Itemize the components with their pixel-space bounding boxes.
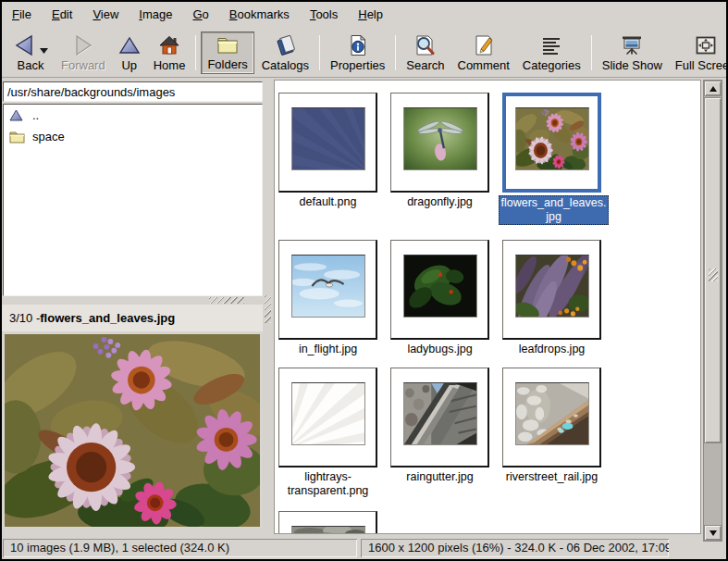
menu-item-tools[interactable]: Tools	[300, 2, 348, 28]
slideshow-icon	[620, 33, 644, 58]
toolbar-button-label: Categories	[523, 58, 581, 72]
catalogs-icon	[273, 33, 297, 58]
toolbar-button-up[interactable]: Up	[113, 31, 146, 74]
comment-icon	[473, 33, 495, 58]
toolbar-button-properties[interactable]: Properties	[325, 31, 390, 74]
back-icon	[13, 33, 48, 58]
thumbnail-label[interactable]: flowers_and_leaves.jpg	[499, 195, 609, 225]
toolbar-button-label: Up	[121, 58, 137, 72]
up-icon	[118, 33, 141, 58]
thumbnail-label[interactable]: raingutter.jpg	[387, 470, 493, 484]
thumbnail-label[interactable]: in_flight.jpg	[275, 343, 381, 356]
toolbar-button-comment[interactable]: Comment	[452, 31, 515, 74]
menu-item-bookmarks[interactable]: Bookmarks	[219, 2, 300, 28]
thumbnail-image[interactable]	[403, 255, 477, 318]
selected-filename: flowers_and_leaves.jpg	[40, 311, 175, 325]
thumbnail-label[interactable]: default.png	[275, 195, 381, 209]
path-input[interactable]	[3, 81, 263, 102]
thumbnail-image[interactable]	[291, 526, 365, 534]
thumbnail-image[interactable]	[403, 382, 477, 445]
scrollbar-thumb[interactable]	[704, 97, 722, 443]
toolbar-button-back[interactable]: Back	[7, 31, 54, 74]
categories-icon	[539, 33, 563, 58]
up-dir-icon	[9, 108, 26, 122]
thumbnail-label[interactable]: ladybugs.jpg	[387, 343, 493, 356]
toolbar-button-folders[interactable]: Folders	[201, 31, 253, 74]
search-icon	[413, 33, 438, 58]
thumbnail-image[interactable]	[403, 107, 477, 170]
menu-item-edit[interactable]: Edit	[42, 2, 82, 28]
toolbar-button-label: Properties	[330, 58, 385, 72]
toolbar-button-forward[interactable]: Forward	[56, 31, 111, 74]
folder-list: ..space	[3, 104, 263, 296]
thumbnail-card-partial[interactable]	[278, 511, 377, 534]
folder-item-parent[interactable]: ..	[4, 105, 262, 126]
forward-icon	[71, 33, 95, 58]
pane-splitter-horizontal[interactable]	[209, 297, 244, 304]
thumbnail-label[interactable]: lightrays-transparent.png	[275, 470, 381, 498]
properties-icon	[347, 33, 369, 58]
thumbnail-card-riverstreet-rail-jpg[interactable]	[502, 368, 601, 468]
folder-item-label: space	[32, 130, 65, 143]
thumbnail-card-in-flight-jpg[interactable]	[278, 240, 377, 340]
toolbar-separator	[195, 35, 196, 70]
toolbar-button-label: Full Screen	[675, 58, 728, 72]
folder-icon	[9, 130, 26, 143]
thumbnail-card-dragonfly-jpg[interactable]	[390, 93, 489, 193]
toolbar-button-label: Back	[18, 58, 44, 72]
toolbar-button-label: Folders	[207, 57, 247, 71]
thumbnail-image[interactable]	[515, 107, 589, 170]
thumbnail-card-ladybugs-jpg[interactable]	[390, 240, 489, 340]
toolbar-separator	[395, 35, 396, 70]
menu-item-file[interactable]: File	[2, 2, 42, 28]
thumbnail-image[interactable]	[515, 255, 589, 318]
thumbnail-label[interactable]: dragonfly.jpg	[387, 195, 493, 209]
toolbar-button-full-screen[interactable]: Full Screen	[670, 31, 728, 74]
vertical-scrollbar[interactable]	[703, 80, 722, 542]
scroll-down-button[interactable]	[704, 525, 722, 541]
toolbar: BackForwardUpHomeFoldersCatalogsProperti…	[2, 28, 726, 78]
thumbnail-card-default-png[interactable]	[278, 93, 377, 193]
folders-icon	[216, 34, 240, 57]
toolbar-button-label: Catalogs	[262, 58, 309, 72]
pane-splitter-vertical[interactable]	[265, 295, 271, 323]
thumbnail-card-lightrays-transparent-png[interactable]	[278, 368, 377, 468]
scroll-up-button[interactable]	[704, 81, 722, 96]
thumbnail-image[interactable]	[515, 382, 589, 445]
thumbnail-card-flowers-and-leaves-jpg[interactable]	[502, 93, 601, 193]
thumbnail-image[interactable]	[291, 255, 365, 318]
dropdown-caret-icon[interactable]	[40, 48, 48, 54]
thumbnail-label[interactable]: leafdrops.jpg	[499, 343, 605, 356]
toolbar-button-search[interactable]: Search	[401, 31, 450, 74]
up-arrow-icon	[709, 86, 717, 92]
toolbar-button-home[interactable]: Home	[148, 31, 191, 74]
toolbar-button-slide-show[interactable]: Slide Show	[597, 31, 668, 74]
menu-item-image[interactable]: Image	[129, 2, 182, 28]
toolbar-button-label: Slide Show	[602, 58, 662, 72]
status-right: 1600 x 1200 pixels (16%) - 324.0 K - 06 …	[361, 539, 669, 557]
scrollbar-grip-icon	[709, 268, 718, 281]
thumbnail-grid: default.pngdragonfly.jpgflowers_and_leav…	[274, 80, 701, 534]
down-arrow-icon	[709, 530, 717, 536]
thumbnail-image[interactable]	[291, 107, 365, 170]
fullscreen-icon	[695, 33, 717, 58]
gthumb-window: FileEditViewImageGoBookmarksToolsHelp Ba…	[0, 0, 728, 561]
thumbnail-label[interactable]: riverstreet_rail.jpg	[499, 470, 605, 484]
toolbar-button-label: Comment	[458, 58, 510, 72]
preview-image	[2, 331, 263, 529]
thumbnail-card-raingutter-jpg[interactable]	[390, 368, 489, 468]
menu-item-view[interactable]: View	[82, 2, 129, 28]
toolbar-button-categories[interactable]: Categories	[517, 31, 586, 74]
menu-bar: FileEditViewImageGoBookmarksToolsHelp	[2, 2, 726, 28]
toolbar-button-catalogs[interactable]: Catalogs	[256, 31, 315, 74]
toolbar-separator	[319, 35, 320, 70]
thumbnail-image[interactable]	[291, 382, 365, 445]
toolbar-button-label: Forward	[61, 58, 105, 72]
image-counter-label: 3/10 - flowers_and_leaves.jpg	[2, 305, 263, 331]
home-icon	[158, 33, 180, 58]
menu-item-go[interactable]: Go	[182, 2, 218, 28]
folder-item-space[interactable]: space	[4, 126, 262, 147]
menu-item-help[interactable]: Help	[348, 2, 393, 28]
thumbnail-card-leafdrops-jpg[interactable]	[502, 240, 601, 340]
toolbar-button-label: Home	[154, 58, 186, 72]
